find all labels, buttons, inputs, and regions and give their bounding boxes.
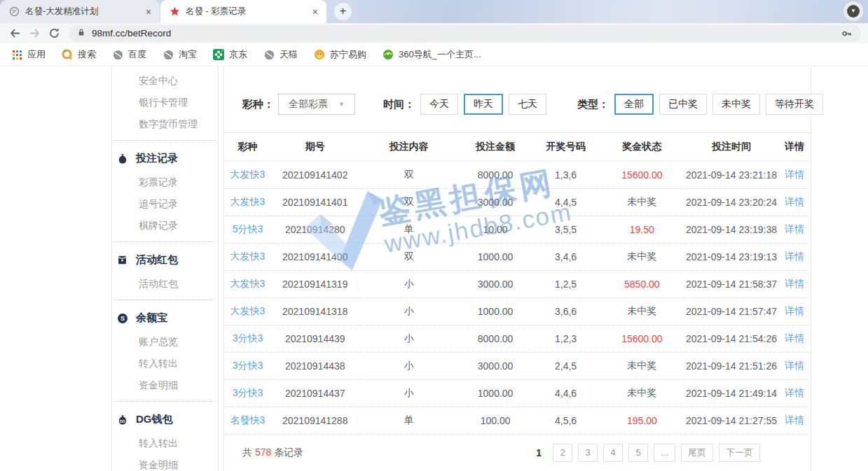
sidebar-item[interactable]: 资金明细 (112, 375, 218, 397)
page-button[interactable]: 下一页 (719, 444, 760, 462)
url-bar[interactable]: 98mf.cc/betRecord (69, 25, 861, 42)
bookmark-item[interactable]: 360导航_一个主页... (383, 48, 481, 61)
bookmark-label: 百度 (128, 48, 146, 61)
type-filter-button[interactable]: 等待开奖 (766, 94, 823, 115)
bookmark-label: 苏宁易购 (330, 48, 366, 61)
issue-cell: 202109141288 (271, 407, 359, 434)
time-filter-group: 时间： 今天昨天七天 (383, 94, 546, 115)
lottery-link[interactable]: 大发快3 (224, 270, 271, 297)
time-cell: 2021-09-14 21:57:47 (684, 297, 778, 325)
lottery-link[interactable]: 名發快3 (224, 407, 271, 434)
sidebar-item[interactable]: 银行卡管理 (112, 92, 218, 114)
page-button[interactable]: ... (654, 444, 675, 462)
bookmark-item[interactable]: 应用 (11, 48, 46, 61)
detail-link[interactable]: 详情 (778, 407, 811, 434)
lottery-link[interactable]: 3分快3 (224, 352, 271, 379)
apps-grid-icon (11, 49, 22, 60)
sidebar-section-header[interactable]: DGDG钱包 (112, 406, 218, 433)
type-filter-button[interactable]: 已中奖 (659, 94, 707, 115)
page-button[interactable]: 3 (578, 444, 598, 462)
lottery-filter-label: 彩种： (242, 98, 274, 111)
sidebar-item[interactable]: 活动红包 (112, 274, 218, 295)
bookmark-item[interactable]: 百度 (112, 48, 146, 61)
type-filter-button[interactable]: 全部 (614, 94, 654, 115)
lottery-type-dropdown[interactable]: 全部彩票 ▼ (278, 94, 355, 115)
bookmark-label: 京东 (229, 48, 247, 61)
time-cell: 2021-09-14 21:27:55 (684, 407, 778, 434)
sidebar-section-header[interactable]: S余额宝 (112, 304, 218, 332)
bookmark-item[interactable]: 天猫 (263, 48, 298, 61)
prize-status-cell: 未中奖 (600, 243, 684, 270)
main-panel: 彩种： 全部彩票 ▼ 时间： 今天昨天七天 类型： 全部已中奖未中奖等待开奖 彩… (223, 66, 811, 471)
sidebar-item[interactable]: 彩票记录 (112, 172, 218, 194)
lottery-link[interactable]: 3分快3 (224, 379, 271, 407)
back-icon[interactable] (7, 27, 22, 41)
sidebar-item[interactable]: 追号记录 (112, 194, 218, 216)
browser-tab-2-active[interactable]: 名發 - 彩票记录 × (160, 0, 326, 23)
yuebao-icon: S (116, 312, 128, 324)
lottery-link[interactable]: 3分快3 (224, 325, 271, 352)
prize-status-cell: 5850.00 (600, 270, 684, 297)
time-filter-button[interactable]: 今天 (420, 94, 458, 115)
issue-cell: 20210914280 (271, 216, 359, 243)
issue-cell: 202109141400 (271, 243, 359, 270)
browser-tab-1[interactable]: 名發-大发精准计划 × (0, 0, 160, 23)
detail-link[interactable]: 详情 (778, 325, 811, 352)
detail-link[interactable]: 详情 (778, 379, 811, 407)
red-star-icon (169, 6, 180, 17)
sidebar-item[interactable]: 资金明细 (112, 455, 218, 471)
forward-icon[interactable] (27, 27, 42, 41)
content-cell: 小 (359, 325, 459, 352)
detail-link[interactable]: 详情 (778, 216, 811, 243)
lottery-link[interactable]: 大发快3 (224, 297, 271, 325)
sidebar-item[interactable]: 棋牌记录 (112, 216, 218, 237)
page-button[interactable]: 4 (603, 444, 623, 462)
bet-record-table: 彩种期号投注内容投注金额开奖号码奖金状态投注时间详情 大发快3 20210914… (224, 133, 811, 435)
detail-link[interactable]: 详情 (778, 297, 811, 325)
reload-icon[interactable] (46, 27, 62, 41)
sidebar-item[interactable]: 转入转出 (112, 353, 218, 375)
detail-link[interactable]: 详情 (778, 188, 811, 216)
numbers-cell: 4,4,6 (532, 379, 599, 407)
type-filter-button[interactable]: 未中奖 (712, 94, 760, 115)
chevron-down-circle-button[interactable]: ▼ (843, 1, 863, 21)
sidebar-section-header[interactable]: 投注记录 (112, 145, 218, 172)
content-cell: 双 (359, 188, 459, 216)
lottery-link[interactable]: 大发快3 (224, 188, 271, 216)
issue-cell: 202109141318 (271, 297, 359, 325)
sidebar-item[interactable]: 转入转出 (112, 433, 218, 455)
close-icon[interactable]: × (146, 7, 151, 17)
sidebar-section-header[interactable]: 活动红包 (112, 246, 218, 274)
column-header: 彩种 (224, 133, 271, 161)
bookmark-item[interactable]: 淘宝 (163, 48, 197, 61)
sidebar-item[interactable]: 安全中心 (112, 71, 218, 92)
close-icon[interactable]: × (312, 7, 318, 17)
issue-cell: 20210914439 (271, 325, 359, 352)
detail-link[interactable]: 详情 (778, 161, 811, 188)
lottery-link[interactable]: 大发快3 (224, 161, 271, 188)
total-suffix: 条记录 (274, 447, 303, 458)
page-button[interactable]: 尾页 (681, 444, 713, 462)
lottery-link[interactable]: 大发快3 (224, 243, 271, 270)
bookmark-label: 搜索 (78, 48, 96, 61)
time-filter-button[interactable]: 昨天 (464, 94, 503, 115)
issue-cell: 20210914438 (271, 352, 359, 379)
time-filter-button[interactable]: 七天 (509, 94, 546, 115)
sidebar-item[interactable]: 账户总览 (112, 332, 218, 353)
detail-link[interactable]: 详情 (778, 270, 811, 297)
bookmark-item[interactable]: 搜索 (62, 48, 96, 61)
divider (114, 140, 216, 141)
page-button[interactable]: 2 (553, 444, 572, 462)
bookmark-item[interactable]: 苏宁易购 (314, 48, 366, 61)
svg-text:DG: DG (119, 419, 125, 423)
issue-cell: 202109141319 (271, 270, 359, 297)
bookmark-item[interactable]: 京东 (213, 48, 247, 61)
detail-link[interactable]: 详情 (778, 243, 811, 270)
issue-cell: 202109141401 (271, 188, 359, 216)
key-icon[interactable] (841, 28, 853, 39)
lottery-link[interactable]: 5分快3 (224, 216, 271, 243)
detail-link[interactable]: 详情 (778, 352, 811, 379)
sidebar-item[interactable]: 数字货币管理 (112, 114, 218, 136)
new-tab-button[interactable]: + (334, 3, 352, 20)
page-button[interactable]: 5 (628, 444, 648, 462)
